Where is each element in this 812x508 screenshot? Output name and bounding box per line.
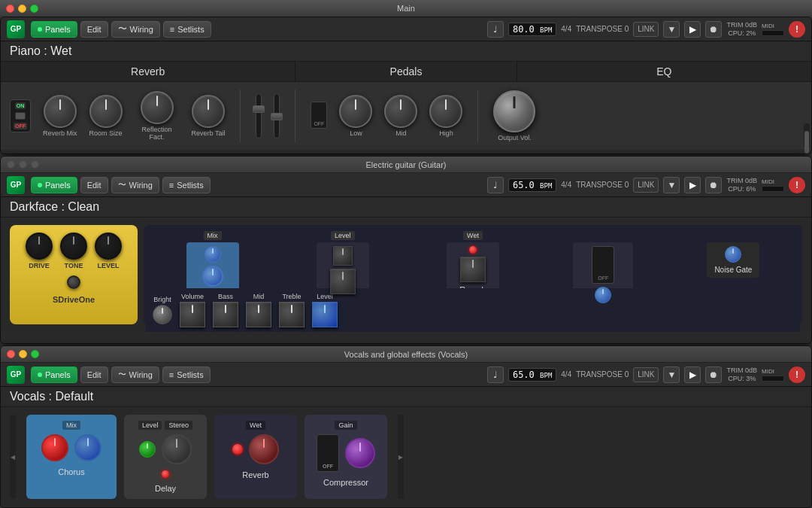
guitar-setlists-btn[interactable]: ≡ Setlists [162,177,211,193]
noise-gate-box: Noise Gate [707,242,759,278]
piano-scrollbar[interactable] [804,123,810,148]
reverb-tail-knob[interactable] [192,95,225,128]
guitar-close[interactable] [7,160,15,169]
piano-plugin-area: ON OFF Reverb Mix Room Size Reflection F… [1,82,811,150]
volume-group: Volume [180,293,205,327]
vocals-bpm[interactable]: 65.0 BPM [508,368,556,382]
vocals-link-btn[interactable]: LINK [633,367,659,382]
delay-sm-knob[interactable] [333,246,353,266]
level-knob[interactable] [95,233,122,260]
reverb-section-header: Reverb [1,62,295,81]
wiring-icon: 〜 [118,23,127,35]
noise-gate-knob[interactable] [725,246,741,263]
guitar-wiring-btn[interactable]: 〜 Wiring [111,177,159,193]
vocals-dropdown[interactable]: ▼ [663,367,680,383]
fader-track-1[interactable] [256,93,262,138]
minimize-button[interactable] [18,5,26,13]
reverb-mix-knob[interactable] [44,95,77,128]
vocals-close[interactable] [7,350,15,358]
guitar-min[interactable] [19,160,27,169]
vocals-scroll-left[interactable]: ◀ [10,415,16,499]
bright-knob[interactable] [153,305,172,324]
guitar-record-btn[interactable]: ⏺ [705,177,722,193]
mid-amp-knob[interactable] [246,302,271,327]
reverb-main-knob[interactable] [460,257,486,282]
comp-gain-knob[interactable] [345,438,375,468]
treble-indicator [291,305,292,313]
sdrive-footswitch[interactable] [67,275,80,289]
fader-track-2[interactable] [274,93,280,138]
output-vol-knob[interactable] [493,90,535,132]
vocals-delay-led[interactable] [162,470,169,478]
vocals-setlists-btn[interactable]: ≡ Setlists [162,367,211,383]
vocals-controls [7,350,39,358]
fader-thumb-2[interactable] [271,113,283,120]
vocals-metro-btn[interactable]: ♩ [487,367,504,383]
vocals-chorus-red-knob[interactable] [41,434,68,461]
bpm-display[interactable]: 80.0 BPM [508,23,556,36]
high-knob[interactable] [429,95,462,128]
drive-knob[interactable] [26,233,53,260]
vocals-compressor-box: Gain OFF Compressor [304,415,387,499]
chorus-main-knob[interactable] [202,266,223,287]
vocals-delay-green-knob[interactable] [139,441,156,458]
vocals-reverb-led[interactable] [232,444,243,455]
guitar-metro-btn[interactable]: ♩ [487,177,504,193]
dropdown-button[interactable]: ▼ [663,21,680,38]
chorus-sm-knob[interactable] [205,246,221,263]
vocals-record-btn[interactable]: ⏺ [705,367,722,383]
setlists-button[interactable]: ≡ Setlists [163,21,211,38]
vocals-delay-dark-knob[interactable] [162,434,192,464]
vocals-min[interactable] [19,350,27,358]
guitar-play-btn[interactable]: ▶ [684,177,701,193]
guitar-bpm[interactable]: 65.0 BPM [508,178,556,192]
guitar-dropdown[interactable]: ▼ [663,177,680,193]
app-logo: GP [7,20,25,38]
vocals-play-btn[interactable]: ▶ [684,367,701,383]
wiring-button[interactable]: 〜 Wiring [111,21,160,38]
edit-button[interactable]: Edit [80,21,108,38]
delay-main-knob[interactable] [330,269,356,294]
guitar-panels-btn[interactable]: Panels [31,177,77,193]
vocals-max[interactable] [31,350,39,358]
drive-label: DRIVE [29,262,50,269]
global-eq-switch[interactable]: OFF [592,246,614,284]
guitar-time-sig: 4/4 [561,181,571,189]
play-button[interactable]: ▶ [684,21,701,38]
vocals-reverb-knob[interactable] [249,434,279,464]
mid-eq-group: Mid [384,95,417,137]
guitar-link-btn[interactable]: LINK [633,178,659,193]
vocals-panel-title: Vocals : Default [1,387,811,407]
alert-button[interactable]: ! [789,21,805,38]
volume-knob[interactable] [180,302,205,327]
guitar-max[interactable] [31,160,39,169]
eq-toggle[interactable]: OFF [311,102,327,129]
bass-group: Bass [213,293,238,327]
metronome-button[interactable]: ♩ [487,21,504,38]
vocals-scroll-right[interactable]: ▶ [398,415,404,499]
panels-button[interactable]: Panels [31,21,77,38]
guitar-alert-btn[interactable]: ! [789,177,805,193]
reverb-toggle[interactable]: ON OFF [10,99,31,132]
mid-knob[interactable] [384,95,417,128]
low-knob[interactable] [339,95,372,128]
guitar-edit-btn[interactable]: Edit [80,177,108,193]
reflection-knob[interactable] [141,91,174,124]
vocals-wiring-btn[interactable]: 〜 Wiring [111,367,159,383]
room-size-knob[interactable] [89,95,123,128]
vocals-chorus-blue-knob[interactable] [74,434,102,461]
comp-toggle-switch[interactable]: OFF [317,434,339,472]
treble-knob[interactable] [279,302,304,327]
reverb-led[interactable] [469,246,477,254]
vocals-alert-btn[interactable]: ! [789,367,805,383]
vocals-edit-btn[interactable]: Edit [80,367,108,383]
record-button[interactable]: ⏺ [705,21,722,38]
maximize-button[interactable] [30,5,38,13]
close-button[interactable] [6,5,14,13]
bass-knob[interactable] [213,302,238,327]
amp-level-knob[interactable] [312,302,338,327]
link-button[interactable]: LINK [633,22,659,37]
vocals-panels-btn[interactable]: Panels [31,367,77,383]
fader-thumb-1[interactable] [253,105,265,113]
tone-knob[interactable] [60,233,87,260]
